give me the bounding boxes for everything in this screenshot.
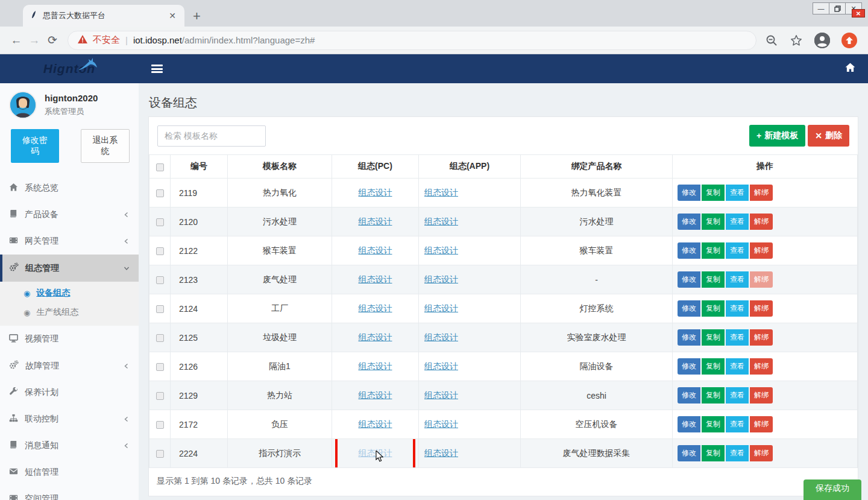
view-button[interactable]: 查看 [726, 271, 749, 288]
row-checkbox[interactable] [156, 363, 164, 371]
unbind-button[interactable]: 解绑 [750, 271, 773, 288]
browser-tab[interactable]: 思普云大数据平台 ✕ [23, 5, 184, 27]
unbind-button[interactable]: 解绑 [750, 358, 773, 375]
row-checkbox[interactable] [156, 334, 164, 342]
hamburger-menu-icon[interactable] [151, 65, 163, 73]
edit-button[interactable]: 修改 [678, 242, 700, 259]
address-bar[interactable]: 不安全 | iot.idosp.net/admin/index.html?lan… [68, 31, 756, 50]
row-checkbox[interactable] [156, 276, 164, 284]
browser-profile-icon[interactable] [814, 33, 830, 48]
new-template-button[interactable]: +新建模板 [749, 125, 805, 147]
copy-button[interactable]: 复制 [702, 387, 725, 403]
unbind-button[interactable]: 解绑 [750, 185, 773, 201]
edit-button[interactable]: 修改 [678, 387, 700, 403]
view-button[interactable]: 查看 [726, 416, 749, 432]
sidebar-item-maintenance[interactable]: 保养计划 [0, 379, 139, 406]
unbind-button[interactable]: 解绑 [750, 214, 773, 230]
row-checkbox[interactable] [156, 247, 164, 255]
delete-button[interactable]: ✕删除 [808, 125, 849, 147]
app-config-link[interactable]: 组态设计 [424, 303, 458, 313]
row-checkbox[interactable] [156, 218, 164, 226]
row-checkbox[interactable] [156, 450, 164, 458]
edit-button[interactable]: 修改 [678, 445, 700, 461]
copy-button[interactable]: 复制 [702, 300, 725, 317]
app-config-link[interactable]: 组态设计 [424, 390, 458, 400]
pc-config-link[interactable]: 组态设计 [359, 188, 392, 197]
view-button[interactable]: 查看 [726, 387, 749, 403]
sidebar-item-device-config[interactable]: ◉ 设备组态 [0, 283, 139, 303]
view-button[interactable]: 查看 [726, 300, 749, 317]
app-config-link[interactable]: 组态设计 [424, 274, 458, 284]
edit-button[interactable]: 修改 [678, 214, 700, 230]
pc-config-link[interactable]: 组态设计 [359, 303, 392, 313]
pc-config-link[interactable]: 组态设计 [359, 332, 392, 342]
copy-button[interactable]: 复制 [702, 358, 725, 375]
unbind-button[interactable]: 解绑 [750, 387, 773, 403]
copy-button[interactable]: 复制 [702, 445, 725, 461]
pc-config-link[interactable]: 组态设计 [359, 361, 392, 371]
pc-config-link[interactable]: 组态设计 [359, 245, 392, 255]
sidebar-item-sms[interactable]: 短信管理 [0, 459, 139, 486]
edit-button[interactable]: 修改 [678, 329, 700, 346]
minimize-button[interactable]: — [813, 2, 829, 14]
pc-config-link[interactable]: 组态设计 [359, 217, 392, 226]
pc-config-link[interactable]: 组态设计 [359, 419, 392, 429]
pc-config-link[interactable]: 组态设计 [359, 390, 392, 400]
pc-config-link[interactable]: 组态设计 [359, 448, 392, 458]
sidebar-item-configuration[interactable]: 组态管理 [0, 255, 139, 282]
view-button[interactable]: 查看 [726, 214, 749, 230]
change-password-button[interactable]: 修改密码 [11, 129, 59, 163]
app-config-link[interactable]: 组态设计 [424, 245, 458, 255]
extension-up-arrow-icon[interactable] [841, 33, 857, 48]
unbind-button[interactable]: 解绑 [750, 329, 773, 346]
sidebar-item-fault[interactable]: 故障管理 [0, 352, 139, 379]
zoom-out-icon[interactable] [765, 34, 778, 47]
search-input[interactable] [157, 125, 266, 147]
edit-button[interactable]: 修改 [678, 271, 700, 288]
unbind-button[interactable]: 解绑 [750, 242, 773, 259]
copy-button[interactable]: 复制 [702, 214, 725, 230]
app-config-link[interactable]: 组态设计 [424, 188, 458, 197]
edit-button[interactable]: 修改 [678, 300, 700, 317]
app-config-link[interactable]: 组态设计 [424, 448, 458, 458]
sidebar-item-product-devices[interactable]: 产品设备 [0, 201, 139, 228]
sidebar-item-video[interactable]: 视频管理 [0, 326, 139, 352]
row-checkbox[interactable] [156, 189, 164, 197]
view-button[interactable]: 查看 [726, 242, 749, 259]
unbind-button[interactable]: 解绑 [750, 445, 773, 461]
app-config-link[interactable]: 组态设计 [424, 217, 458, 226]
copy-button[interactable]: 复制 [702, 185, 725, 201]
row-checkbox[interactable] [156, 392, 164, 400]
copy-button[interactable]: 复制 [702, 416, 725, 432]
restore-button[interactable] [829, 2, 846, 14]
logout-button[interactable]: 退出系统 [81, 129, 130, 163]
copy-button[interactable]: 复制 [702, 271, 725, 288]
unbind-button[interactable]: 解绑 [750, 300, 773, 317]
forward-icon[interactable]: → [25, 34, 43, 47]
edit-button[interactable]: 修改 [678, 416, 700, 432]
select-all-checkbox[interactable] [156, 163, 164, 171]
sidebar-item-space[interactable]: 空间管理 [0, 486, 139, 500]
view-button[interactable]: 查看 [726, 445, 749, 461]
app-config-link[interactable]: 组态设计 [424, 419, 458, 429]
reload-icon[interactable]: ⟳ [43, 33, 61, 47]
edit-button[interactable]: 修改 [678, 358, 700, 375]
bookmark-star-icon[interactable] [790, 34, 803, 47]
sidebar-item-production-line-config[interactable]: ◉ 生产线组态 [0, 303, 139, 322]
row-checkbox[interactable] [156, 305, 164, 313]
view-button[interactable]: 查看 [726, 329, 749, 346]
copy-button[interactable]: 复制 [702, 329, 725, 346]
sidebar-item-system-overview[interactable]: 系统总览 [0, 175, 139, 201]
app-config-link[interactable]: 组态设计 [424, 332, 458, 342]
edit-button[interactable]: 修改 [678, 185, 700, 201]
tab-close-icon[interactable]: ✕ [166, 11, 178, 21]
row-checkbox[interactable] [156, 421, 164, 429]
sidebar-item-gateway[interactable]: 网关管理 [0, 228, 139, 255]
home-icon[interactable] [845, 63, 855, 75]
new-tab-button[interactable]: + [193, 10, 201, 23]
pc-config-link[interactable]: 组态设计 [359, 274, 392, 284]
back-icon[interactable]: ← [7, 34, 25, 47]
view-button[interactable]: 查看 [726, 358, 749, 375]
view-button[interactable]: 查看 [726, 185, 749, 201]
close-button[interactable]: ✕✕ [845, 2, 862, 14]
